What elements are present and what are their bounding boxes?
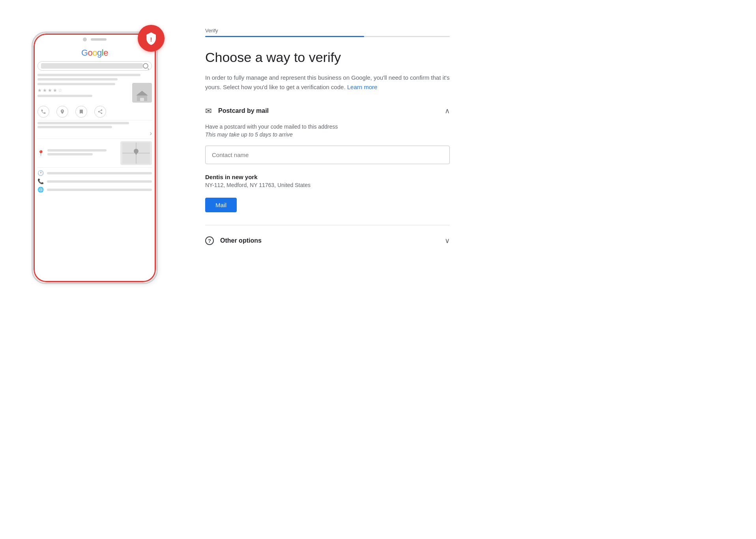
phone-screen-content: Google <box>34 44 156 197</box>
postcard-title: Postcard by mail <box>218 107 269 114</box>
section-divider <box>205 225 450 225</box>
svg-rect-3 <box>140 98 144 101</box>
postcard-desc-1: Have a postcard with your code mailed to… <box>205 124 450 130</box>
progress-bar-area: Verify <box>205 28 450 37</box>
phone-icon <box>37 106 49 118</box>
progress-label: Verify <box>205 28 450 34</box>
phone-speaker <box>91 38 107 41</box>
mail-icon: ✉ <box>205 106 212 116</box>
phone-inner: Google <box>33 33 157 283</box>
other-options-row[interactable]: ? Other options ∨ <box>205 235 450 247</box>
expand-arrow-icon: › <box>150 130 152 137</box>
stars-row: ★ ★ ★ ★ ☆ <box>37 88 129 93</box>
other-options-left: ? Other options <box>205 236 262 245</box>
navigation-icon <box>56 106 68 118</box>
postcard-desc-2: This may take up to 5 days to arrive <box>205 131 450 138</box>
contact-name-input[interactable] <box>205 146 450 164</box>
postcard-section: ✉ Postcard by mail ∧ Have a postcard wit… <box>205 105 450 215</box>
phone-camera <box>83 37 87 41</box>
row-globe: 🌐 <box>37 187 152 193</box>
progress-bar-track <box>205 36 450 37</box>
row-clock: 🕐 <box>37 170 152 176</box>
shield-badge: ! <box>138 25 165 52</box>
business-name: Dentis in new york <box>205 174 450 180</box>
clock-icon: 🕐 <box>37 170 44 176</box>
divider-1 <box>37 120 152 120</box>
location-icon: 📍 <box>37 150 44 156</box>
business-card-area: ★ ★ ★ ★ ☆ <box>37 83 152 103</box>
google-logo-row: Google <box>37 48 152 58</box>
placeholder-lines-top <box>37 74 152 80</box>
postcard-option-body: Have a postcard with your code mailed to… <box>205 117 450 215</box>
business-info: ★ ★ ★ ★ ☆ <box>37 83 129 99</box>
phone-small-icon: 📞 <box>37 178 44 184</box>
business-address: NY-112, Medford, NY 11763, United States <box>205 182 450 188</box>
share-icon <box>94 106 106 118</box>
divider-3 <box>37 167 152 168</box>
search-bar[interactable] <box>37 61 152 71</box>
bookmark-icon <box>75 106 87 118</box>
progress-bar-fill <box>205 36 364 37</box>
other-options-title: Other options <box>220 237 262 244</box>
search-bar-input-placeholder <box>41 63 143 69</box>
verify-section: Verify Choose a way to verify In order t… <box>205 24 450 247</box>
postcard-header-left: ✉ Postcard by mail <box>205 106 269 116</box>
other-options-chevron-icon: ∨ <box>445 236 450 245</box>
page-container: ! Google <box>0 0 756 308</box>
google-logo: Google <box>81 48 108 58</box>
google-g: G <box>81 48 88 58</box>
page-title: Choose a way to verify <box>205 50 450 65</box>
postcard-option-header[interactable]: ✉ Postcard by mail ∧ <box>205 105 450 117</box>
phone-frame: ! Google <box>32 32 158 284</box>
svg-marker-2 <box>136 91 148 95</box>
learn-more-link[interactable]: Learn more <box>347 84 378 90</box>
phone-mockup: ! Google <box>32 32 166 284</box>
svg-text:!: ! <box>150 36 152 43</box>
biz-image <box>132 83 152 103</box>
search-icon <box>143 63 148 69</box>
divider-2 <box>37 138 152 139</box>
question-circle-icon: ? <box>205 236 214 245</box>
page-description: In order to fully manage and represent t… <box>205 73 450 92</box>
map-section: 📍 <box>37 141 152 165</box>
row-phone: 📞 <box>37 178 152 184</box>
action-icons-row <box>37 106 152 118</box>
mail-button[interactable]: Mail <box>205 198 237 212</box>
globe-icon: 🌐 <box>37 187 44 193</box>
map-placeholder <box>120 141 152 165</box>
postcard-chevron-icon: ∧ <box>445 107 450 115</box>
